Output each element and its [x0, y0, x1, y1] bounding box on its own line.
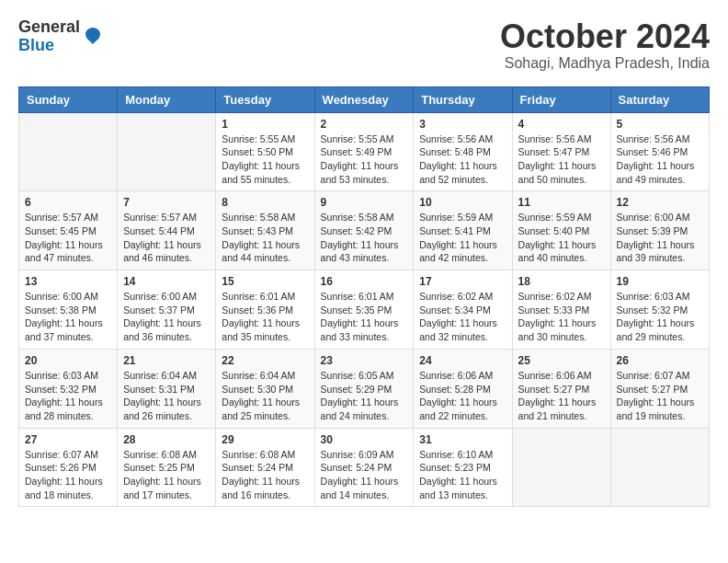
calendar-cell: 6Sunrise: 5:57 AM Sunset: 5:45 PM Daylig…	[19, 191, 118, 270]
calendar-cell: 5Sunrise: 5:56 AM Sunset: 5:46 PM Daylig…	[610, 112, 709, 191]
day-info: Sunrise: 5:59 AM Sunset: 5:41 PM Dayligh…	[419, 211, 506, 265]
day-info: Sunrise: 5:55 AM Sunset: 5:49 PM Dayligh…	[321, 132, 408, 187]
day-info: Sunrise: 5:56 AM Sunset: 5:46 PM Dayligh…	[617, 132, 703, 187]
calendar-cell: 1Sunrise: 5:55 AM Sunset: 5:50 PM Daylig…	[216, 112, 314, 191]
day-info: Sunrise: 6:00 AM Sunset: 5:38 PM Dayligh…	[25, 290, 111, 344]
calendar-table: SundayMondayTuesdayWednesdayThursdayFrid…	[18, 86, 710, 508]
calendar-cell: 25Sunrise: 6:06 AM Sunset: 5:27 PM Dayli…	[512, 349, 610, 428]
calendar-cell: 24Sunrise: 6:06 AM Sunset: 5:28 PM Dayli…	[414, 349, 512, 428]
day-info: Sunrise: 5:58 AM Sunset: 5:42 PM Dayligh…	[321, 211, 408, 265]
location-subtitle: Sohagi, Madhya Pradesh, India	[500, 55, 710, 72]
day-info: Sunrise: 6:04 AM Sunset: 5:30 PM Dayligh…	[222, 369, 308, 423]
day-number: 25	[518, 354, 605, 367]
calendar-cell: 30Sunrise: 6:09 AM Sunset: 5:24 PM Dayli…	[314, 428, 414, 507]
calendar-week-2: 6Sunrise: 5:57 AM Sunset: 5:45 PM Daylig…	[19, 191, 710, 270]
day-number: 21	[123, 354, 210, 367]
day-number: 5	[617, 118, 703, 131]
day-number: 7	[123, 196, 210, 209]
calendar-cell: 16Sunrise: 6:01 AM Sunset: 5:35 PM Dayli…	[314, 270, 414, 350]
day-info: Sunrise: 6:06 AM Sunset: 5:28 PM Dayligh…	[419, 369, 506, 423]
calendar-header-tuesday: Tuesday	[216, 86, 314, 112]
day-number: 29	[222, 433, 308, 446]
day-number: 20	[25, 354, 111, 367]
day-info: Sunrise: 6:01 AM Sunset: 5:35 PM Dayligh…	[321, 290, 408, 344]
day-number: 2	[321, 118, 408, 131]
calendar-header-thursday: Thursday	[414, 86, 512, 112]
day-number: 27	[25, 433, 111, 446]
calendar-cell: 10Sunrise: 5:59 AM Sunset: 5:41 PM Dayli…	[414, 191, 512, 270]
page-header: General Blue October 2024 Sohagi, Madhya…	[18, 18, 710, 72]
calendar-header-saturday: Saturday	[610, 86, 709, 112]
calendar-cell: 8Sunrise: 5:58 AM Sunset: 5:43 PM Daylig…	[216, 191, 314, 270]
calendar-cell: 13Sunrise: 6:00 AM Sunset: 5:38 PM Dayli…	[19, 270, 118, 350]
day-number: 22	[222, 354, 308, 367]
calendar-cell: 31Sunrise: 6:10 AM Sunset: 5:23 PM Dayli…	[414, 428, 512, 507]
day-info: Sunrise: 5:55 AM Sunset: 5:50 PM Dayligh…	[222, 132, 308, 187]
day-number: 30	[321, 433, 408, 446]
day-number: 1	[222, 118, 308, 131]
day-number: 18	[518, 275, 605, 288]
day-number: 28	[123, 433, 210, 446]
calendar-cell: 20Sunrise: 6:03 AM Sunset: 5:32 PM Dayli…	[19, 349, 118, 428]
calendar-cell: 22Sunrise: 6:04 AM Sunset: 5:30 PM Dayli…	[216, 349, 314, 428]
logo-general: General	[18, 18, 80, 37]
day-number: 23	[321, 354, 408, 367]
month-title: October 2024	[500, 18, 710, 55]
calendar-cell: 11Sunrise: 5:59 AM Sunset: 5:40 PM Dayli…	[512, 191, 610, 270]
calendar-cell: 14Sunrise: 6:00 AM Sunset: 5:37 PM Dayli…	[118, 270, 216, 350]
logo-icon	[82, 26, 104, 48]
day-info: Sunrise: 6:07 AM Sunset: 5:27 PM Dayligh…	[617, 369, 703, 423]
calendar-week-1: 1Sunrise: 5:55 AM Sunset: 5:50 PM Daylig…	[19, 112, 710, 191]
day-info: Sunrise: 6:01 AM Sunset: 5:36 PM Dayligh…	[222, 290, 308, 344]
calendar-cell: 18Sunrise: 6:02 AM Sunset: 5:33 PM Dayli…	[512, 270, 610, 350]
calendar-cell	[19, 112, 118, 191]
day-info: Sunrise: 5:56 AM Sunset: 5:47 PM Dayligh…	[518, 132, 605, 187]
calendar-cell: 27Sunrise: 6:07 AM Sunset: 5:26 PM Dayli…	[19, 428, 118, 507]
day-number: 11	[518, 196, 605, 209]
day-info: Sunrise: 6:03 AM Sunset: 5:32 PM Dayligh…	[617, 290, 703, 344]
logo: General Blue	[18, 18, 104, 55]
day-info: Sunrise: 5:58 AM Sunset: 5:43 PM Dayligh…	[222, 211, 308, 265]
day-info: Sunrise: 6:10 AM Sunset: 5:23 PM Dayligh…	[419, 448, 506, 502]
day-info: Sunrise: 6:06 AM Sunset: 5:27 PM Dayligh…	[518, 369, 605, 423]
calendar-cell	[118, 112, 216, 191]
day-number: 16	[321, 275, 408, 288]
day-info: Sunrise: 6:02 AM Sunset: 5:34 PM Dayligh…	[419, 290, 506, 344]
calendar-header-sunday: Sunday	[19, 86, 118, 112]
day-info: Sunrise: 6:05 AM Sunset: 5:29 PM Dayligh…	[321, 369, 408, 423]
day-number: 12	[617, 196, 703, 209]
day-number: 8	[222, 196, 308, 209]
day-number: 9	[321, 196, 408, 209]
calendar-cell: 9Sunrise: 5:58 AM Sunset: 5:42 PM Daylig…	[314, 191, 414, 270]
day-number: 14	[123, 275, 210, 288]
calendar-cell: 7Sunrise: 5:57 AM Sunset: 5:44 PM Daylig…	[118, 191, 216, 270]
day-number: 6	[25, 196, 111, 209]
calendar-cell: 26Sunrise: 6:07 AM Sunset: 5:27 PM Dayli…	[610, 349, 709, 428]
calendar-week-4: 20Sunrise: 6:03 AM Sunset: 5:32 PM Dayli…	[19, 349, 710, 428]
day-info: Sunrise: 5:57 AM Sunset: 5:44 PM Dayligh…	[123, 211, 210, 265]
calendar-cell: 28Sunrise: 6:08 AM Sunset: 5:25 PM Dayli…	[118, 428, 216, 507]
day-number: 4	[518, 118, 605, 131]
calendar-cell: 12Sunrise: 6:00 AM Sunset: 5:39 PM Dayli…	[610, 191, 709, 270]
day-number: 15	[222, 275, 308, 288]
day-info: Sunrise: 6:02 AM Sunset: 5:33 PM Dayligh…	[518, 290, 605, 344]
day-info: Sunrise: 5:56 AM Sunset: 5:48 PM Dayligh…	[419, 132, 506, 187]
calendar-cell: 21Sunrise: 6:04 AM Sunset: 5:31 PM Dayli…	[118, 349, 216, 428]
logo-blue: Blue	[18, 37, 80, 55]
title-section: October 2024 Sohagi, Madhya Pradesh, Ind…	[500, 18, 710, 72]
day-info: Sunrise: 6:03 AM Sunset: 5:32 PM Dayligh…	[25, 369, 111, 423]
day-info: Sunrise: 6:08 AM Sunset: 5:25 PM Dayligh…	[123, 448, 210, 502]
calendar-header-wednesday: Wednesday	[314, 86, 414, 112]
calendar-week-5: 27Sunrise: 6:07 AM Sunset: 5:26 PM Dayli…	[19, 428, 710, 507]
calendar-header-monday: Monday	[118, 86, 216, 112]
day-info: Sunrise: 6:08 AM Sunset: 5:24 PM Dayligh…	[222, 448, 308, 502]
calendar-cell: 2Sunrise: 5:55 AM Sunset: 5:49 PM Daylig…	[314, 112, 414, 191]
day-number: 10	[419, 196, 506, 209]
day-info: Sunrise: 5:57 AM Sunset: 5:45 PM Dayligh…	[25, 211, 111, 265]
day-number: 17	[419, 275, 506, 288]
day-number: 26	[617, 354, 703, 367]
day-number: 3	[419, 118, 506, 131]
calendar-header-friday: Friday	[512, 86, 610, 112]
calendar-cell: 4Sunrise: 5:56 AM Sunset: 5:47 PM Daylig…	[512, 112, 610, 191]
day-info: Sunrise: 6:09 AM Sunset: 5:24 PM Dayligh…	[321, 448, 408, 502]
